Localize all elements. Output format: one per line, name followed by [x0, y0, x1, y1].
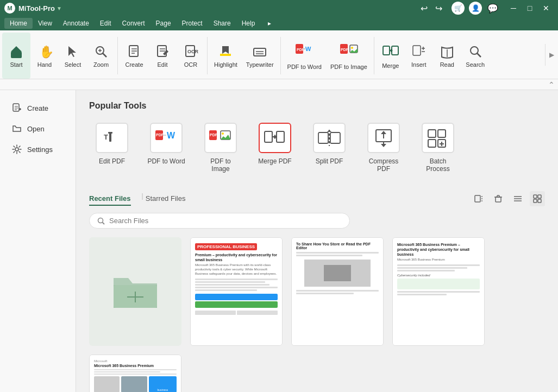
- search-box: [89, 213, 350, 229]
- tool-split-pdf[interactable]: Split PDF: [306, 119, 352, 176]
- svg-rect-99: [538, 199, 541, 203]
- batch-process-label: Batch Process: [418, 157, 457, 173]
- toolbar-create[interactable]: Create: [120, 33, 148, 79]
- tool-pdf-to-word[interactable]: PDF W PDF to Word: [143, 119, 189, 176]
- tool-edit-pdf[interactable]: T Edit PDF: [89, 119, 135, 176]
- collapse-bar: ⌃: [0, 79, 558, 90]
- svg-point-100: [98, 218, 103, 223]
- menu-view[interactable]: View: [33, 18, 58, 29]
- close-button[interactable]: ✕: [538, 3, 554, 14]
- maximize-button[interactable]: □: [522, 3, 537, 14]
- pdf-to-image-icon-box: PDF: [204, 123, 237, 153]
- toolbar-typewriter[interactable]: Typewriter: [242, 33, 278, 79]
- grid-view-icon: [533, 194, 542, 203]
- minimize-button[interactable]: ─: [506, 3, 521, 14]
- toolbar-hand[interactable]: ✋ Hand: [30, 33, 59, 79]
- file-card-4[interactable]: Microsoft Microsoft 365 Business Premium…: [89, 355, 181, 392]
- chat-button[interactable]: 💬: [486, 2, 499, 15]
- create-sidebar-icon: [12, 103, 22, 113]
- undo-button[interactable]: ↩: [418, 2, 430, 15]
- svg-point-32: [351, 47, 353, 49]
- menu-help[interactable]: Help: [236, 18, 261, 29]
- search-input[interactable]: [109, 217, 342, 225]
- toolbar-edit[interactable]: Edit: [148, 33, 177, 79]
- merge-icon: [382, 43, 399, 60]
- merge-pdf-svg: [263, 128, 287, 148]
- menu-more[interactable]: ▸: [262, 18, 277, 29]
- tool-compress-pdf[interactable]: Compress PDF: [361, 119, 406, 176]
- tab-recent-files[interactable]: Recent Files: [89, 192, 131, 206]
- svg-text:✋: ✋: [39, 45, 52, 59]
- svg-line-101: [103, 222, 105, 224]
- start-icon: [9, 44, 24, 59]
- menu-share[interactable]: Share: [208, 18, 236, 29]
- toolbar-insert[interactable]: Insert: [405, 33, 433, 79]
- svg-text:W: W: [167, 131, 175, 140]
- redo-button[interactable]: ↪: [432, 2, 445, 15]
- popular-tools-section: Popular Tools T Edit PDF: [89, 101, 545, 176]
- trash-icon: [494, 194, 503, 203]
- menu-edit[interactable]: Edit: [95, 18, 117, 29]
- popular-tools-title: Popular Tools: [89, 101, 545, 111]
- sidebar-item-settings[interactable]: Settings: [3, 140, 72, 159]
- app-dropdown[interactable]: ▼: [57, 5, 62, 11]
- sidebar-item-create[interactable]: Create: [3, 99, 72, 117]
- svg-marker-3: [11, 46, 22, 52]
- delete-button[interactable]: [491, 191, 506, 206]
- toolbar-pdf-to-image[interactable]: PDF PDF to Image: [326, 33, 372, 79]
- menu-protect[interactable]: Protect: [177, 18, 208, 29]
- toolbar-search[interactable]: Search: [461, 33, 490, 79]
- cart-button[interactable]: 🛒: [452, 2, 465, 15]
- account-button[interactable]: 👤: [469, 2, 482, 15]
- svg-rect-71: [318, 132, 328, 143]
- toolbar-read[interactable]: Read: [433, 33, 461, 79]
- svg-rect-72: [330, 132, 340, 143]
- pdf-to-word-svg: PDF W: [154, 128, 178, 148]
- toolbar-ocr[interactable]: OCR OCR: [177, 33, 205, 79]
- file-card-1[interactable]: PROFESSIONAL BUSINESS Premium – producti…: [190, 237, 283, 346]
- batch-process-icon-box: [422, 123, 454, 153]
- toolbar-zoom[interactable]: Zoom: [87, 33, 115, 79]
- grid-view-button[interactable]: [530, 191, 545, 206]
- select-icon: [65, 44, 80, 59]
- svg-line-44: [477, 53, 481, 57]
- split-pdf-icon-box: [313, 123, 346, 153]
- collapse-button[interactable]: ⌃: [548, 80, 555, 89]
- tool-pdf-to-image[interactable]: PDF PDF to Image: [198, 119, 243, 176]
- svg-marker-5: [68, 46, 76, 57]
- toolbar-merge[interactable]: Merge: [377, 33, 405, 79]
- file-card-empty[interactable]: [89, 237, 181, 346]
- menu-home[interactable]: Home: [4, 18, 33, 29]
- tools-grid: T Edit PDF PDF W: [89, 119, 545, 176]
- file-card-3[interactable]: Microsoft 365 Business Premium – product…: [392, 237, 485, 346]
- file-card-2[interactable]: To Share How You Store or Read the PDF E…: [291, 237, 384, 346]
- menu-annotate[interactable]: Annotate: [58, 18, 95, 29]
- svg-rect-79: [438, 130, 446, 137]
- menu-page[interactable]: Page: [151, 18, 177, 29]
- menu-convert[interactable]: Convert: [117, 18, 151, 29]
- folder-icon: [111, 270, 160, 313]
- toolbar-highlight[interactable]: Highlight: [210, 33, 242, 79]
- compress-pdf-label: Compress PDF: [364, 157, 403, 173]
- svg-point-43: [471, 47, 478, 54]
- read-icon: [440, 44, 455, 59]
- toolbar-start[interactable]: Start: [2, 33, 30, 79]
- svg-rect-34: [383, 46, 390, 55]
- toolbar-select[interactable]: Select: [59, 33, 87, 79]
- separator1: [117, 37, 118, 74]
- tool-merge-pdf[interactable]: Merge PDF: [252, 119, 298, 176]
- file-view-icon: [474, 194, 483, 203]
- toolbar-pdf-to-word[interactable]: PDF W PDF to Word: [283, 33, 326, 79]
- list-view-button[interactable]: [510, 191, 525, 206]
- svg-text:M: M: [7, 5, 12, 11]
- file-cards: PROFESSIONAL BUSINESS Premium – producti…: [89, 237, 545, 392]
- file-view-button[interactable]: [471, 191, 486, 206]
- svg-rect-65: [277, 131, 284, 142]
- svg-marker-77: [381, 131, 386, 134]
- tool-batch-process[interactable]: Batch Process: [415, 119, 461, 176]
- tab-starred-files[interactable]: Starred Files: [146, 192, 186, 206]
- svg-rect-2: [11, 52, 22, 58]
- svg-marker-68: [273, 135, 275, 139]
- sidebar-item-open[interactable]: Open: [3, 119, 72, 138]
- toolbar-scroll-right[interactable]: ▶: [545, 44, 558, 66]
